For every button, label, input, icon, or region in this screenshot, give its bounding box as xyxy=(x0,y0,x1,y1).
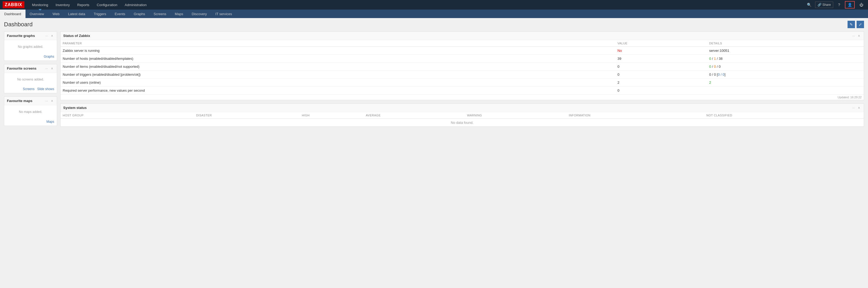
subnav-dashboard[interactable]: Dashboard xyxy=(0,9,26,18)
sys-no-data: No data found. xyxy=(61,119,864,127)
dashboard-grid: Favourite graphs ··· ∧ No graphs added. … xyxy=(4,31,864,127)
fav-maps-collapse-button[interactable]: ∧ xyxy=(50,99,54,103)
row-details: 0 / 0 / 0 xyxy=(707,63,864,71)
table-row: Number of triggers (enabled/disabled [pr… xyxy=(61,71,864,79)
row-details: 0 / 0 [0 / 0] xyxy=(707,71,864,79)
status-zabbix-body: PARAMETER VALUE DETAILS Zabbix server is… xyxy=(61,40,864,100)
sys-col-disaster: DISASTER xyxy=(194,112,300,119)
search-icon[interactable]: 🔍 xyxy=(806,2,812,8)
fav-maps-dots-button[interactable]: ··· xyxy=(44,99,49,103)
page-title-actions: ✎ ⤢ xyxy=(847,21,864,28)
zabbix-logo[interactable]: ZABBIX xyxy=(3,1,25,8)
row-details: 2 xyxy=(707,79,864,87)
subnav-web[interactable]: Web xyxy=(48,9,64,18)
fav-screens-link[interactable]: Screens xyxy=(23,87,34,91)
sys-col-hostgroup: HOST GROUP xyxy=(61,112,194,119)
col-parameter: PARAMETER xyxy=(61,40,615,47)
table-row: Zabbix server is running No server:10051 xyxy=(61,47,864,55)
col-details: DETAILS xyxy=(707,40,864,47)
row-value: 0 xyxy=(615,87,707,94)
table-row: Number of users (online) 2 2 xyxy=(61,79,864,87)
fav-graphs-controls: ··· ∧ xyxy=(44,34,54,38)
status-zabbix-widget: Status of Zabbix ··· ∧ PARAMETER VALUE D… xyxy=(60,31,864,100)
table-row: No data found. xyxy=(61,119,864,127)
subnav-triggers[interactable]: Triggers xyxy=(90,9,111,18)
status-zabbix-collapse-button[interactable]: ∧ xyxy=(857,34,861,38)
fav-slideshows-link[interactable]: Slide shows xyxy=(37,87,54,91)
fav-maps-header: Favourite maps ··· ∧ xyxy=(4,97,57,105)
table-row: Number of hosts (enabled/disabled/templa… xyxy=(61,55,864,63)
row-value: 2 xyxy=(615,79,707,87)
row-param: Number of users (online) xyxy=(61,79,615,87)
col-value: VALUE xyxy=(615,40,707,47)
help-button[interactable]: ? xyxy=(836,2,842,8)
status-zabbix-dots-button[interactable]: ··· xyxy=(851,34,856,38)
fav-graphs-no-data: No graphs added. xyxy=(7,43,54,51)
favourite-graphs-widget: Favourite graphs ··· ∧ No graphs added. … xyxy=(4,31,57,61)
sys-col-not-classified: NOT CLASSIFIED xyxy=(704,112,864,119)
top-nav-monitoring[interactable]: Monitoring xyxy=(28,1,52,9)
user-button[interactable]: 👤 xyxy=(845,1,855,8)
page-title: Dashboard xyxy=(4,21,33,28)
system-status-table: HOST GROUP DISASTER HIGH AVERAGE WARNING… xyxy=(61,112,864,126)
system-status-controls: ··· ∧ xyxy=(851,106,861,110)
fav-maps-title: Favourite maps xyxy=(7,99,32,103)
row-value: No xyxy=(615,47,707,55)
fav-screens-body: No screens added. xyxy=(4,73,57,86)
row-param: Number of items (enabled/disabled/not su… xyxy=(61,63,615,71)
subnav-latest-data[interactable]: Latest data xyxy=(64,9,89,18)
fav-maps-body: No maps added. xyxy=(4,105,57,118)
edit-dashboard-button[interactable]: ✎ xyxy=(847,21,855,28)
status-zabbix-updated: Updated: 16:29:22 xyxy=(61,94,864,100)
main-content: Dashboard ✎ ⤢ Favourite graphs ··· ∧ No … xyxy=(0,18,868,129)
row-param: Number of triggers (enabled/disabled [pr… xyxy=(61,71,615,79)
system-status-dots-button[interactable]: ··· xyxy=(851,106,856,110)
fav-graphs-body: No graphs added. xyxy=(4,40,57,53)
fav-graphs-dots-button[interactable]: ··· xyxy=(44,34,49,38)
row-param: Zabbix server is running xyxy=(61,47,615,55)
fav-screens-collapse-button[interactable]: ∧ xyxy=(50,66,54,70)
left-column: Favourite graphs ··· ∧ No graphs added. … xyxy=(4,31,57,127)
top-nav-administration[interactable]: Administration xyxy=(121,1,150,9)
subnav-screens[interactable]: Screens xyxy=(149,9,170,18)
sys-col-high: HIGH xyxy=(300,112,364,119)
row-details: server:10051 xyxy=(707,47,864,55)
top-nav-reports[interactable]: Reports xyxy=(73,1,93,9)
subnav-discovery[interactable]: Discovery xyxy=(188,9,211,18)
row-value: 0 xyxy=(615,63,707,71)
fav-screens-link-row: Screens Slide shows xyxy=(4,86,57,93)
fav-graphs-link[interactable]: Graphs xyxy=(44,55,54,58)
subnav-events[interactable]: Events xyxy=(111,9,130,18)
subnav-graphs[interactable]: Graphs xyxy=(130,9,150,18)
top-nav-links: Monitoring Inventory Reports Configurati… xyxy=(28,1,806,9)
system-status-collapse-button[interactable]: ∧ xyxy=(857,106,861,110)
system-status-header: System status ··· ∧ xyxy=(61,104,864,112)
fav-graphs-collapse-button[interactable]: ∧ xyxy=(50,34,54,38)
fav-screens-no-data: No screens added. xyxy=(7,76,54,83)
system-status-widget: System status ··· ∧ HOST GROUP DISASTER … xyxy=(60,103,864,127)
sys-col-warning: WARNING xyxy=(465,112,566,119)
status-zabbix-table: PARAMETER VALUE DETAILS Zabbix server is… xyxy=(61,40,864,94)
fav-screens-dots-button[interactable]: ··· xyxy=(44,67,49,70)
subnav-overview[interactable]: Overview xyxy=(26,9,48,18)
fav-graphs-link-row: Graphs xyxy=(4,53,57,61)
table-row: Required server performance, new values … xyxy=(61,87,864,94)
right-column: Status of Zabbix ··· ∧ PARAMETER VALUE D… xyxy=(60,31,864,127)
share-button[interactable]: 🔗 Share xyxy=(815,2,833,8)
fav-maps-no-data: No maps added. xyxy=(7,108,54,116)
subnav-it-services[interactable]: IT services xyxy=(211,9,237,18)
top-nav-inventory[interactable]: Inventory xyxy=(52,1,73,9)
fav-graphs-title: Favourite graphs xyxy=(7,34,35,38)
fullscreen-button[interactable]: ⤢ xyxy=(857,21,864,28)
favourite-screens-widget: Favourite screens ··· ∧ No screens added… xyxy=(4,64,57,93)
subnav-maps[interactable]: Maps xyxy=(170,9,188,18)
row-param: Required server performance, new values … xyxy=(61,87,615,94)
status-zabbix-title: Status of Zabbix xyxy=(63,34,90,38)
sub-nav: Dashboard Overview Web Latest data Trigg… xyxy=(0,9,868,18)
page-title-row: Dashboard ✎ ⤢ xyxy=(4,21,864,28)
fav-maps-link[interactable]: Maps xyxy=(46,120,54,123)
row-param: Number of hosts (enabled/disabled/templa… xyxy=(61,55,615,63)
top-nav-configuration[interactable]: Configuration xyxy=(93,1,121,9)
power-button[interactable]: ⏻ xyxy=(857,2,865,8)
status-zabbix-header: Status of Zabbix ··· ∧ xyxy=(61,32,864,40)
